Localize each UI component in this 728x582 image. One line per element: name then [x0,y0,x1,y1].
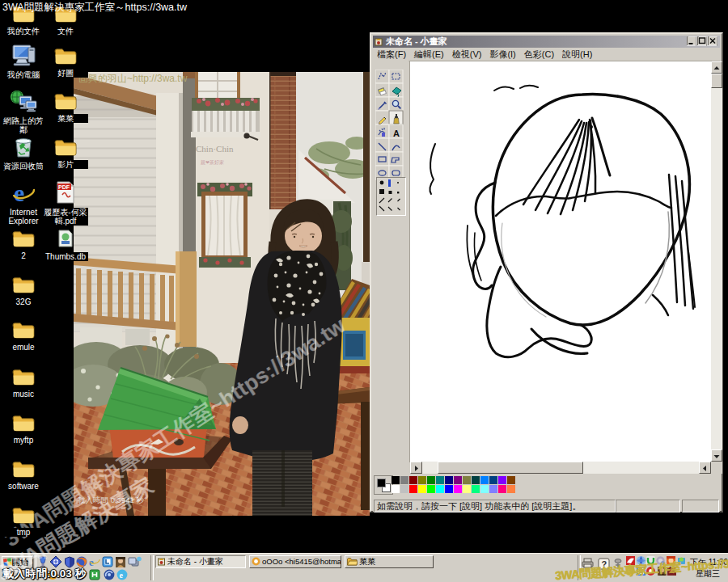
svg-text:?: ? [602,559,607,569]
svg-text:PDF: PDF [58,184,70,190]
svg-text:e: e [14,181,24,204]
svg-text:e: e [120,571,124,580]
svg-text:A: A [393,129,400,138]
